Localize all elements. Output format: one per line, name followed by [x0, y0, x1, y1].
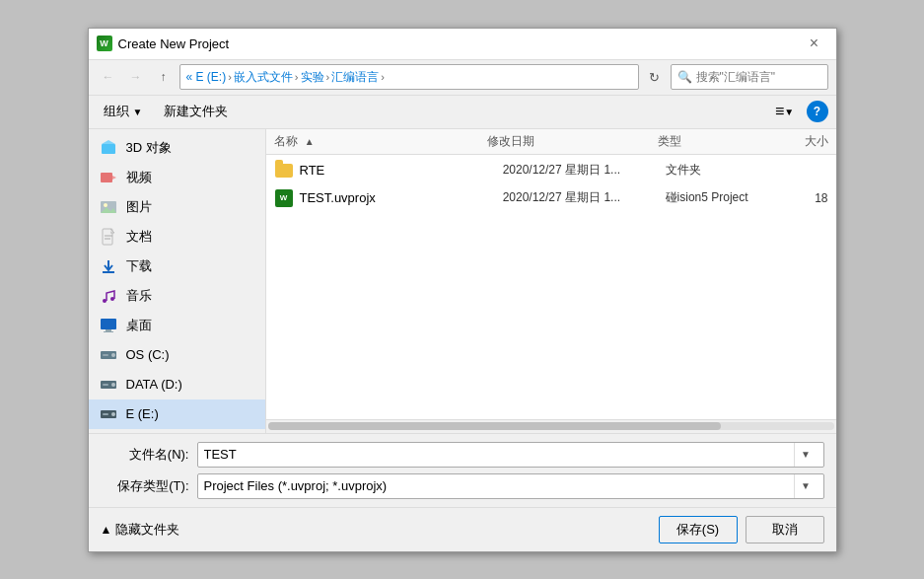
file-row-rte[interactable]: RTE 2020/12/27 星期日 1... 文件夹	[266, 157, 836, 184]
save-button[interactable]: 保存(S)	[659, 516, 738, 543]
view-button[interactable]: ≡ ▼	[771, 100, 799, 123]
svg-point-5	[104, 203, 107, 207]
sidebar-item-e[interactable]: E (E:)	[89, 399, 265, 429]
file-size-test: 18	[787, 191, 827, 205]
file-type-test: 碰ision5 Project	[666, 189, 788, 206]
main-content: 3D 对象 视频 图片 文档	[89, 129, 836, 433]
filetype-dropdown-icon[interactable]: ▼	[794, 474, 817, 498]
file-name-rte: RTE	[300, 163, 503, 178]
new-folder-button[interactable]: 新建文件夹	[157, 100, 235, 123]
action-bar: ▲ 隐藏文件夹 保存(S) 取消	[89, 507, 836, 551]
sort-arrow-icon: ▲	[305, 136, 315, 147]
nav-bar: ← → ↑ « E (E:) › 嵌入式文件 › 实验 › 汇编语言 › ↻ 🔍	[89, 60, 836, 96]
svg-rect-18	[103, 354, 108, 356]
sidebar-item-music[interactable]: 音乐	[89, 281, 265, 311]
filetype-label: 保存类型(T):	[101, 477, 189, 495]
sidebar-item-picture[interactable]: 图片	[89, 192, 265, 222]
breadcrumb-item-assembly[interactable]: 汇编语言	[331, 69, 379, 86]
cancel-button[interactable]: 取消	[746, 516, 824, 543]
filename-dropdown-icon[interactable]: ▼	[794, 443, 817, 467]
organize-label: 组织	[104, 103, 129, 120]
col-size-header[interactable]: 大小	[785, 133, 827, 150]
col-name-header[interactable]: 名称 ▲	[274, 133, 487, 150]
filetype-input-wrap: ▼	[197, 473, 824, 499]
refresh-button[interactable]: ↻	[643, 65, 667, 89]
breadcrumb-item-embedded[interactable]: 嵌入式文件	[234, 69, 293, 86]
save-label: 保存(S)	[676, 521, 719, 539]
uvprojx-icon: W	[274, 188, 294, 208]
sidebar-item-picture-label: 图片	[126, 198, 152, 216]
help-button[interactable]: ?	[807, 101, 828, 122]
svg-marker-1	[102, 140, 115, 144]
col-date-header[interactable]: 修改日期	[487, 133, 658, 150]
horizontal-scrollbar[interactable]	[266, 419, 836, 433]
picture-icon	[99, 197, 118, 217]
hide-folders-toggle[interactable]: ▲ 隐藏文件夹	[101, 521, 180, 539]
svg-point-20	[111, 383, 115, 387]
svg-point-11	[103, 299, 107, 303]
search-icon: 🔍	[677, 70, 692, 84]
svg-rect-15	[104, 331, 113, 332]
video-icon	[99, 168, 118, 187]
forward-button[interactable]: →	[124, 65, 148, 89]
filetype-input[interactable]	[204, 478, 790, 493]
sidebar-item-video-label: 视频	[126, 169, 152, 186]
filename-input-wrap: ▼	[197, 442, 824, 468]
3d-icon	[99, 138, 118, 158]
cancel-label: 取消	[772, 521, 798, 539]
new-folder-label: 新建文件夹	[164, 103, 228, 120]
svg-rect-21	[103, 384, 108, 386]
action-buttons: 保存(S) 取消	[659, 516, 824, 543]
file-type-rte: 文件夹	[666, 162, 788, 179]
svg-rect-14	[106, 329, 111, 331]
svg-point-23	[111, 412, 115, 416]
svg-rect-2	[101, 173, 112, 182]
filename-label: 文件名(N):	[101, 446, 189, 464]
organize-button[interactable]: 组织 ▼	[97, 100, 150, 123]
download-icon	[99, 256, 118, 276]
create-project-dialog: W Create New Project × ← → ↑ « E (E:) › …	[88, 28, 837, 552]
sidebar-item-3d[interactable]: 3D 对象	[89, 133, 265, 163]
view-icon: ≡	[775, 103, 784, 120]
sidebar-item-data-label: DATA (D:)	[126, 377, 182, 392]
file-row-test[interactable]: W TEST.uvprojx 2020/12/27 星期日 1... 碰isio…	[266, 184, 836, 212]
desktop-icon	[99, 316, 118, 335]
music-icon	[99, 286, 118, 306]
close-button[interactable]: ×	[801, 34, 828, 53]
file-name-test: TEST.uvprojx	[300, 190, 503, 205]
sidebar-item-download-label: 下载	[126, 257, 152, 275]
search-box: 🔍	[671, 64, 828, 90]
dialog-title: Create New Project	[118, 36, 801, 51]
drive-c-icon	[99, 345, 118, 365]
sidebar-item-document[interactable]: 文档	[89, 222, 265, 252]
filename-row: 文件名(N): ▼	[101, 442, 824, 468]
filename-input[interactable]	[204, 447, 790, 462]
title-bar: W Create New Project ×	[89, 29, 836, 60]
breadcrumb-item-experiment[interactable]: 实验	[301, 69, 324, 86]
file-date-test: 2020/12/27 星期日 1...	[503, 189, 666, 206]
back-button[interactable]: ←	[97, 65, 120, 89]
breadcrumb: « E (E:) › 嵌入式文件 › 实验 › 汇编语言 ›	[179, 64, 639, 90]
col-type-header[interactable]: 类型	[658, 133, 786, 150]
breadcrumb-item-e[interactable]: « E (E:)	[186, 70, 227, 84]
organize-chevron-icon: ▼	[133, 107, 143, 117]
sidebar-item-music-label: 音乐	[126, 287, 152, 305]
sidebar-item-download[interactable]: 下载	[89, 252, 265, 281]
sidebar-item-data[interactable]: DATA (D:)	[89, 370, 265, 399]
file-list-container: 名称 ▲ 修改日期 类型 大小 RTE	[266, 129, 836, 433]
up-button[interactable]: ↑	[152, 65, 176, 89]
view-chevron-icon: ▼	[784, 107, 794, 117]
sidebar-item-video[interactable]: 视频	[89, 163, 265, 192]
svg-point-17	[111, 353, 115, 357]
sidebar-item-os[interactable]: OS (C:)	[89, 340, 265, 370]
file-list-header: 名称 ▲ 修改日期 类型 大小	[266, 129, 836, 155]
sidebar-item-3d-label: 3D 对象	[126, 139, 172, 157]
sidebar-item-desktop[interactable]: 桌面	[89, 311, 265, 340]
svg-rect-24	[103, 413, 108, 415]
drive-e-icon	[99, 404, 118, 424]
sidebar-item-document-label: 文档	[126, 228, 152, 246]
filetype-row: 保存类型(T): ▼	[101, 473, 824, 499]
svg-point-12	[110, 297, 114, 301]
search-input[interactable]	[696, 70, 821, 84]
svg-rect-0	[102, 144, 115, 154]
